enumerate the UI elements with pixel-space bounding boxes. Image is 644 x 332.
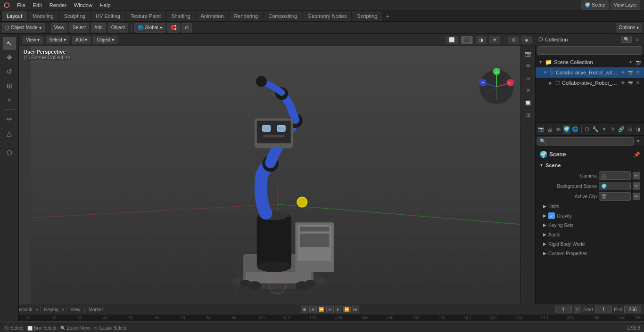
active-clip-prop-value[interactable]: 🎬 <box>599 192 631 201</box>
vp-material[interactable]: ◑ <box>476 36 487 44</box>
timeline-marker-label[interactable]: Marker <box>87 307 105 312</box>
tool-transform[interactable]: ⌖ <box>3 93 16 106</box>
tab-texture-paint[interactable]: Texture Paint <box>126 11 165 21</box>
transport-record[interactable]: ⏺ <box>301 306 308 313</box>
menu-window[interactable]: Window <box>70 0 96 10</box>
props-filter-icon[interactable]: ▾ <box>635 138 642 145</box>
prop-icon-object[interactable]: ⬡ <box>583 125 591 134</box>
tool-select[interactable]: ↖ <box>3 37 16 50</box>
outliner-sort[interactable]: ≡ <box>634 36 641 43</box>
tab-scripting[interactable]: Scripting <box>352 11 382 21</box>
outliner-scene-collection[interactable]: ▼ 📁 Scene Collection 👁 📷 <box>536 57 644 67</box>
gravity-section[interactable]: ▶ ✓ Gravity <box>536 211 644 220</box>
add-menu[interactable]: Add <box>91 23 106 32</box>
tab-layout[interactable]: Layout <box>2 11 27 21</box>
mini-tool-render[interactable]: 🔲 <box>522 97 534 108</box>
obj-more-icon[interactable]: ⚙ <box>635 80 641 86</box>
obj-visible-icon[interactable]: 👁 <box>619 80 626 86</box>
vp-view-menu[interactable]: View ▾ <box>23 36 43 44</box>
tool-measure[interactable]: △ <box>3 127 16 140</box>
gravity-checkbox[interactable]: ✓ <box>548 212 555 219</box>
timeline-keying-label[interactable]: Keying <box>42 307 61 312</box>
start-frame-input[interactable] <box>595 306 612 313</box>
vp-overlays[interactable]: ⊙ <box>508 36 519 44</box>
tab-animation[interactable]: Animation <box>196 11 229 21</box>
menu-edit[interactable]: Edit <box>29 0 46 10</box>
current-frame-input[interactable] <box>555 306 572 313</box>
bg-scene-edit-btn[interactable]: ✏ <box>633 182 640 190</box>
timeline-view-label[interactable]: View <box>68 307 83 312</box>
mini-tool-overlay[interactable]: ⊙ <box>522 73 534 84</box>
scene-section-header[interactable]: ▼ Scene <box>536 160 644 170</box>
vp-object-menu[interactable]: Object ▾ <box>93 36 117 44</box>
bg-scene-prop-value[interactable]: 🌍 <box>599 182 631 190</box>
select-menu[interactable]: Select <box>69 23 89 32</box>
tab-sculpting[interactable]: Sculpting <box>59 11 90 21</box>
visibility-icon[interactable]: 👁 <box>627 59 634 65</box>
vp-select-menu[interactable]: Select ▾ <box>46 36 69 44</box>
keying-sets-section[interactable]: ▶ Keying Sets <box>536 220 644 230</box>
tab-shading[interactable]: Shading <box>166 11 195 21</box>
prop-icon-physics[interactable]: ⚛ <box>609 125 617 134</box>
transport-fwd[interactable]: ⏩ <box>343 306 351 313</box>
scene-selector[interactable]: 🌍 Scene <box>581 0 608 10</box>
outliner-search-input[interactable] <box>537 46 642 55</box>
vp-add-menu[interactable]: Add ▾ <box>72 36 91 44</box>
menu-file[interactable]: File <box>13 0 29 10</box>
timeline-body[interactable]: 10 20 30 40 50 60 70 80 90 100 110 120 1… <box>0 315 644 324</box>
properties-search-input[interactable] <box>537 137 634 146</box>
prop-icon-particles[interactable]: ✦ <box>601 125 608 134</box>
prop-icon-modifier[interactable]: 🔧 <box>592 125 599 134</box>
transport-prev[interactable]: ⏪ <box>318 306 325 313</box>
robot-render-icon[interactable]: 📷 <box>627 69 634 76</box>
transport-start[interactable]: ⏮ <box>309 306 317 313</box>
tab-rendering[interactable]: Rendering <box>229 11 263 21</box>
tab-compositing[interactable]: Compositing <box>264 11 302 21</box>
tool-add-cube[interactable]: ⬡ <box>3 146 16 159</box>
prop-icon-constraints[interactable]: 🔗 <box>618 125 625 134</box>
outliner-robot-collection[interactable]: ▼ ▽ Collaborative_Robot_with_Mc 👁 📷 ⚙ <box>536 67 644 78</box>
proportional-edit[interactable]: ⊙ <box>182 23 192 32</box>
prop-icon-view[interactable]: 👁 <box>554 125 562 134</box>
snap-button[interactable]: 🧲 <box>167 23 180 32</box>
robot-more-icon[interactable]: ⚙ <box>635 69 641 76</box>
scene-prop-pin[interactable]: 📌 <box>634 151 640 158</box>
vp-solid[interactable]: ⬛ <box>461 36 473 44</box>
prop-icon-render[interactable]: 📷 <box>537 125 545 134</box>
transform-global[interactable]: 🌐 Global ▾ <box>134 23 165 32</box>
view-menu[interactable]: View <box>51 23 68 32</box>
view-layer-selector[interactable]: View Layer <box>611 0 640 10</box>
transport-play[interactable]: ⏵ <box>335 306 342 313</box>
mini-tool-misc[interactable]: ⊞ <box>522 109 534 121</box>
camera-edit-btn[interactable]: ✏ <box>633 172 640 179</box>
transport-end[interactable]: ⏭ <box>352 306 359 313</box>
prop-icon-material[interactable]: ◑ <box>635 125 642 134</box>
tool-move[interactable]: ✥ <box>3 51 16 64</box>
prop-icon-scene[interactable]: 🌍 <box>563 125 570 134</box>
menu-render[interactable]: Render <box>46 0 70 10</box>
tool-annotate[interactable]: ✏ <box>3 113 16 126</box>
tab-uv-editing[interactable]: UV Editing <box>91 11 125 21</box>
options-button[interactable]: Options ▾ <box>616 23 642 32</box>
camera-prop-value[interactable]: 🎥 <box>599 171 631 180</box>
end-frame-input[interactable] <box>624 306 641 313</box>
object-menu[interactable]: Object <box>108 23 128 32</box>
vp-wireframe[interactable]: ⬜ <box>446 36 458 44</box>
transport-back[interactable]: ⏴ <box>326 306 334 313</box>
tool-rotate[interactable]: ↺ <box>3 65 16 78</box>
vp-xray[interactable]: ◈ <box>521 36 532 44</box>
render-visible-icon[interactable]: 📷 <box>635 59 641 65</box>
units-section[interactable]: ▶ Units <box>536 202 644 211</box>
audio-section[interactable]: ▶ Audio <box>536 230 644 239</box>
rigid-body-section[interactable]: ▶ Rigid Body World <box>536 239 644 249</box>
tool-scale[interactable]: ⊞ <box>3 79 16 92</box>
menu-help[interactable]: Help <box>96 0 115 10</box>
mini-tool-camera[interactable]: 📷 <box>522 48 534 59</box>
add-workspace-button[interactable]: + <box>383 11 392 21</box>
mini-tool-view[interactable]: 👁 <box>522 60 534 72</box>
mini-tool-snap[interactable]: 🖱 <box>522 85 534 96</box>
tab-modeling[interactable]: Modeling <box>28 11 58 21</box>
prop-icon-world[interactable]: 🌐 <box>571 125 579 134</box>
outliner-filter[interactable]: 🔍 <box>621 36 632 43</box>
prop-icon-data[interactable]: ◎ <box>626 125 634 134</box>
